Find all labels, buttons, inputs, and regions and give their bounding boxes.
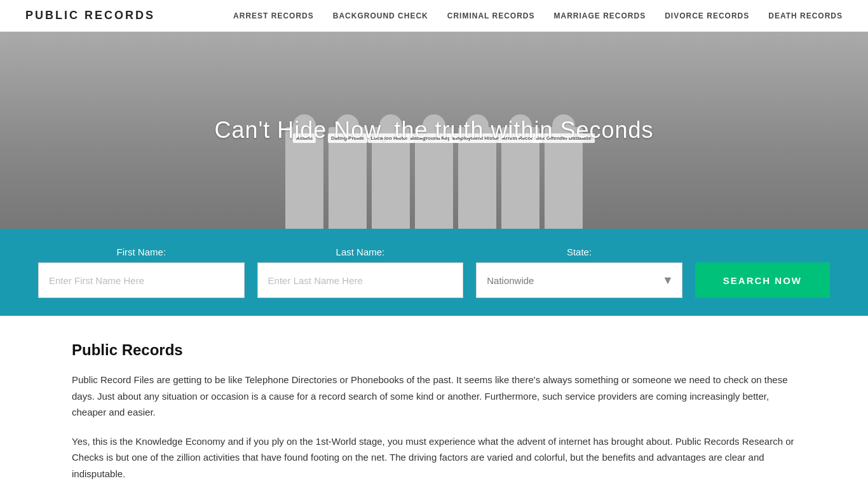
state-select[interactable]: Nationwide Alabama Alaska Arizona Arkans… [476,262,682,298]
first-name-input[interactable] [38,262,245,298]
state-label: State: [476,247,682,257]
hero-section: Assets Dating Profile Location History B… [0,32,868,229]
nav-arrest-records[interactable]: ARREST RECORDS [233,11,314,20]
nav-marriage-records[interactable]: MARRIAGE RECORDS [554,11,646,20]
hero-title: Can't Hide Now, the truth within Seconds [214,117,653,144]
search-bar: First Name: Last Name: State: Nationwide… [0,229,868,316]
nav-divorce-records[interactable]: DIVORCE RECORDS [665,11,749,20]
nav-death-records[interactable]: DEATH RECORDS [768,11,843,20]
nav-criminal-records[interactable]: CRIMINAL RECORDS [447,11,535,20]
content-paragraph-2: Yes, this is the Knowledge Economy and i… [72,433,796,482]
first-name-field: First Name: [38,247,245,298]
state-select-wrapper: Nationwide Alabama Alaska Arizona Arkans… [476,262,682,298]
nav: ARREST RECORDS BACKGROUND CHECK CRIMINAL… [233,11,843,20]
last-name-label: Last Name: [257,247,464,257]
nav-background-check[interactable]: BACKGROUND CHECK [333,11,428,20]
state-field: State: Nationwide Alabama Alaska Arizona… [476,247,682,298]
search-now-button[interactable]: SEARCH NOW [695,262,830,298]
logo: PUBLIC RECORDS [25,9,155,22]
content-heading: Public Records [72,341,796,359]
content-section: Public Records Public Record Files are g… [0,316,868,488]
content-paragraph-1: Public Record Files are getting to be li… [72,372,796,421]
first-name-label: First Name: [38,247,245,257]
last-name-input[interactable] [257,262,464,298]
header: PUBLIC RECORDS ARREST RECORDS BACKGROUND… [0,0,868,32]
last-name-field: Last Name: [257,247,464,298]
